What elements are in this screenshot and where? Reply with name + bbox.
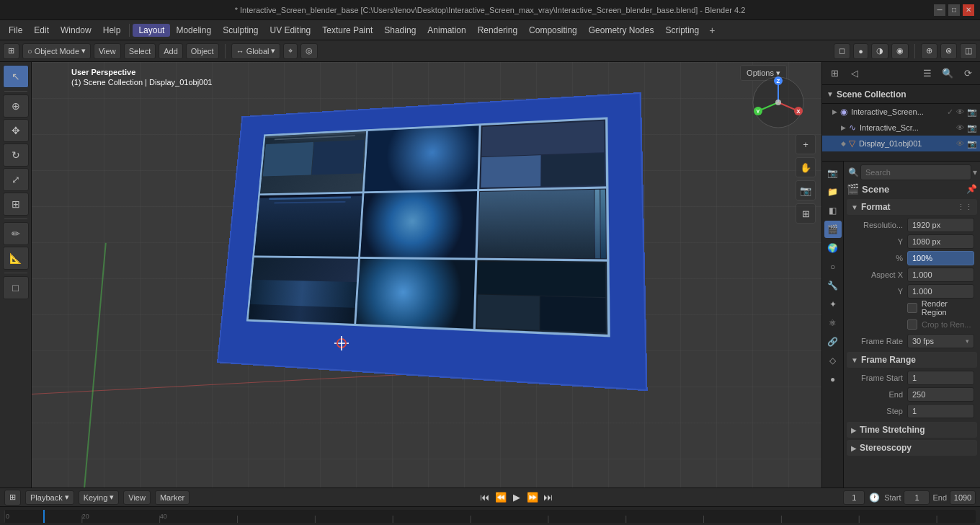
rpanel-sync[interactable]: ⟳	[958, 65, 977, 82]
menu-uv-editing[interactable]: UV Editing	[264, 24, 317, 37]
props-data-icon[interactable]: ◇	[824, 352, 842, 369]
menu-help[interactable]: Help	[97, 24, 127, 37]
rpanel-filter[interactable]: ☰	[918, 65, 937, 82]
rotate-tool[interactable]: ↻	[3, 144, 29, 167]
props-material-icon[interactable]: ●	[824, 371, 842, 388]
jump-start-btn[interactable]: ⏮	[478, 490, 492, 505]
menu-shading[interactable]: Shading	[378, 24, 422, 37]
resolution-pct-value[interactable]: 100%	[907, 251, 974, 265]
menu-animation[interactable]: Animation	[422, 24, 471, 37]
outliner-row-interactive-screen[interactable]: ▶ ◉ Interactive_Screen... ✓ 👁 📷	[822, 104, 980, 120]
frame-rate-select[interactable]: 30 fps ▾	[907, 334, 974, 348]
props-output-icon[interactable]: 📁	[824, 183, 842, 200]
props-object-icon[interactable]: ○	[824, 258, 842, 275]
format-opts[interactable]: ⋮⋮	[957, 203, 973, 212]
maximize-button[interactable]: □	[948, 4, 960, 16]
xray-btn[interactable]: ◫	[960, 43, 977, 59]
camera-view-btn[interactable]: 📷	[796, 180, 816, 200]
props-scene-icon[interactable]: 🎬	[824, 221, 842, 238]
menu-compositing[interactable]: Compositing	[523, 24, 583, 37]
outliner-cam-2[interactable]: 📷	[967, 123, 977, 133]
end-frame-input[interactable]	[950, 490, 976, 505]
props-particles-icon[interactable]: ✦	[824, 296, 842, 313]
props-search-expand[interactable]: ▾	[973, 167, 977, 177]
viewport[interactable]: User Perspective (1) Scene Collection | …	[32, 62, 821, 488]
add-cube-tool[interactable]: □	[3, 276, 29, 299]
rpanel-collapse[interactable]: ◁	[845, 65, 864, 82]
resolution-x-value[interactable]: 1920 px	[907, 218, 974, 232]
mode-selector[interactable]: ○ Object Mode ▾	[22, 43, 91, 59]
view-menu[interactable]: View	[94, 43, 121, 59]
start-frame-input[interactable]	[904, 490, 930, 505]
play-btn[interactable]: ▶	[509, 490, 524, 505]
transform-selector[interactable]: ↔ Global ▾	[231, 43, 281, 59]
props-world-icon[interactable]: 🌍	[824, 239, 842, 257]
overlay-btn[interactable]: ⊗	[940, 43, 957, 59]
props-view-layer-icon[interactable]: ◧	[824, 202, 842, 219]
render-region-checkbox[interactable]	[907, 303, 917, 313]
menu-add-workspace[interactable]: +	[705, 23, 719, 38]
timeline-editor-type[interactable]: ⊞	[4, 490, 21, 506]
cursor-tool[interactable]: ⊕	[3, 94, 29, 118]
menu-texture-paint[interactable]: Texture Paint	[316, 24, 378, 37]
close-button[interactable]: ✕	[963, 4, 974, 16]
viewport-shading-solid[interactable]: ●	[853, 43, 868, 59]
stereoscopy-section-header[interactable]: ▶ Stereoscopy	[847, 440, 977, 456]
menu-layout[interactable]: Layout	[133, 24, 170, 37]
menu-edit[interactable]: Edit	[28, 24, 55, 37]
rpanel-editor-switch[interactable]: ⊞	[825, 65, 844, 82]
menu-geometry-nodes[interactable]: Geometry Nodes	[583, 24, 660, 37]
frame-range-section-header[interactable]: ▼ Frame Range	[847, 352, 977, 368]
current-frame-input[interactable]	[843, 490, 865, 505]
outliner-cam-1[interactable]: 📷	[967, 107, 977, 117]
playback-menu[interactable]: Playback ▾	[25, 490, 74, 505]
marker-menu[interactable]: Marker	[155, 490, 190, 505]
rpanel-search[interactable]: 🔍	[938, 65, 957, 82]
menu-rendering[interactable]: Rendering	[472, 24, 523, 37]
jump-end-btn[interactable]: ⏭	[541, 490, 556, 505]
outliner-action-1[interactable]: ✓	[947, 107, 953, 117]
frame-end-value[interactable]: 250	[907, 387, 974, 402]
aspect-x-value[interactable]: 1.000	[907, 268, 974, 282]
viewport-shading-render[interactable]: ◉	[891, 43, 909, 59]
aspect-y-value[interactable]: 1.000	[907, 284, 974, 299]
outliner-cam-3[interactable]: 📷	[967, 139, 977, 149]
props-pin-btn[interactable]: 📌	[966, 184, 977, 194]
props-modifier-icon[interactable]: 🔧	[824, 277, 842, 294]
proportional-edit-btn[interactable]: ◎	[300, 43, 318, 59]
move-tool[interactable]: ✥	[3, 119, 29, 142]
menu-file[interactable]: File	[3, 24, 28, 37]
zoom-in-btn[interactable]: +	[796, 134, 816, 154]
frame-start-value[interactable]: 1	[907, 371, 974, 385]
select-tool[interactable]: ↖	[3, 65, 29, 88]
object-menu[interactable]: Object	[186, 43, 219, 59]
lock-btn[interactable]: ⊞	[796, 203, 816, 224]
transform-tool[interactable]: ⊞	[3, 193, 29, 216]
viewport-shading-material[interactable]: ◑	[871, 43, 888, 59]
format-section-header[interactable]: ▼ Format ⋮⋮	[847, 199, 977, 215]
editor-type-selector[interactable]: ⊞	[3, 43, 19, 59]
next-frame-btn[interactable]: ⏩	[525, 490, 540, 505]
outliner-vis-3[interactable]: 👁	[956, 139, 964, 148]
props-physics-icon[interactable]: ⚛	[824, 314, 842, 332]
navigation-gizmo[interactable]: Z X Y	[749, 74, 807, 131]
prev-frame-btn[interactable]: ⏪	[494, 490, 508, 505]
outliner-row-display[interactable]: ◆ ▽ Display_01obj001 👁 📷	[822, 136, 980, 151]
pan-btn[interactable]: ✋	[796, 157, 816, 177]
menu-window[interactable]: Window	[55, 24, 97, 37]
frame-step-value[interactable]: 1	[907, 404, 974, 418]
select-menu[interactable]: Select	[124, 43, 156, 59]
viewport-shading-wire[interactable]: ◻	[834, 43, 850, 59]
snap-btn[interactable]: ⌖	[283, 43, 298, 59]
props-search-input[interactable]	[860, 164, 971, 180]
crop-render-checkbox[interactable]	[907, 319, 917, 330]
annotate-tool[interactable]: ✏	[3, 222, 29, 245]
add-menu[interactable]: Add	[159, 43, 183, 59]
keying-menu[interactable]: Keying ▾	[79, 490, 120, 505]
menu-sculpting[interactable]: Sculpting	[217, 24, 264, 37]
menu-scripting[interactable]: Scripting	[659, 24, 705, 37]
props-render-icon[interactable]: 📷	[824, 164, 842, 182]
scrubber-track[interactable]: 0 20 40	[4, 510, 976, 523]
menu-modeling[interactable]: Modeling	[170, 24, 217, 37]
timeline-view-menu[interactable]: View	[123, 490, 151, 505]
